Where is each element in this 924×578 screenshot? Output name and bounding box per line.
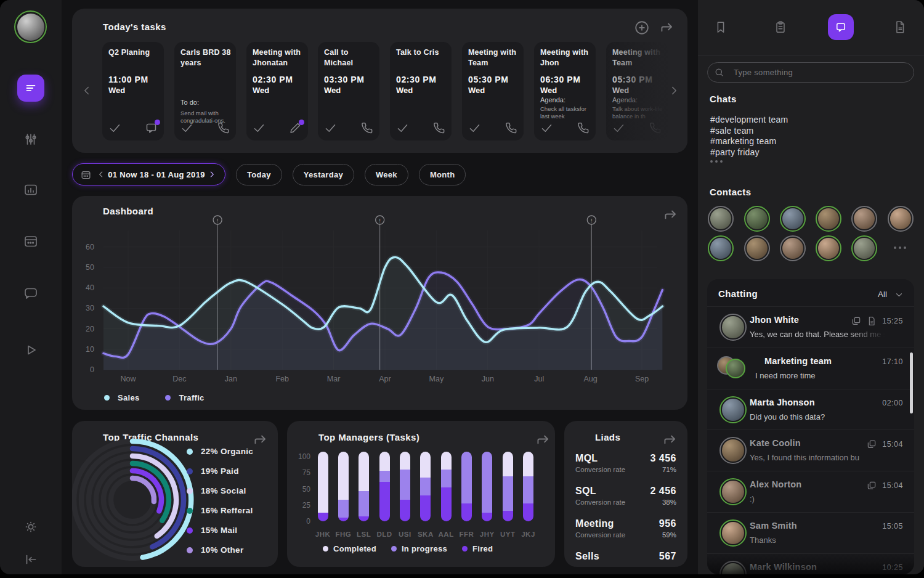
- task-card[interactable]: Meeting with Jhon06:30 PMWedAgenda:Check…: [534, 42, 596, 140]
- legend-item[interactable]: Sales: [104, 393, 139, 402]
- message-row[interactable]: Sam Smith15:05Thanks: [707, 512, 914, 554]
- chat-icon[interactable]: [145, 121, 158, 134]
- check-icon[interactable]: [468, 121, 481, 134]
- legend-item[interactable]: In progress: [391, 544, 447, 553]
- chat-channel-item[interactable]: #sale team: [710, 126, 753, 136]
- legend-item[interactable]: Completed: [323, 544, 376, 553]
- tasks-scroll-left-button[interactable]: [80, 84, 94, 97]
- task-card[interactable]: Call to Michael03:30 PMWed: [318, 42, 379, 140]
- leads-goto-arrow-icon[interactable]: [662, 432, 678, 448]
- contact-avatar[interactable]: [744, 235, 770, 261]
- contact-avatar[interactable]: [780, 206, 806, 232]
- phone-icon[interactable]: [217, 121, 230, 134]
- contact-avatar[interactable]: [744, 206, 770, 232]
- contact-avatar[interactable]: [708, 235, 734, 261]
- legend-item[interactable]: Fired: [462, 544, 493, 553]
- tasks-scroll-right-button[interactable]: [667, 84, 681, 97]
- sidebar-item-calendar[interactable]: [23, 234, 38, 248]
- phone-icon[interactable]: [360, 121, 373, 134]
- message-row[interactable]: Alex Norton15:04:): [707, 471, 914, 513]
- legend-item[interactable]: Traffic: [165, 393, 204, 402]
- message-row[interactable]: Kate Coolin15:04Yes, I found this inform…: [707, 429, 914, 471]
- add-task-button[interactable]: [634, 20, 650, 36]
- task-card[interactable]: Q2 Planing11:00 PMWed: [102, 42, 164, 140]
- tab-bookmarks[interactable]: [714, 20, 727, 34]
- contact-avatar[interactable]: [816, 206, 841, 232]
- phone-icon[interactable]: [577, 121, 590, 134]
- task-card[interactable]: Meeting with Jhonatan02:30 PMWed: [246, 42, 308, 140]
- images-icon: [851, 316, 861, 326]
- more-contacts-dots[interactable]: [894, 246, 906, 249]
- tab-chat[interactable]: [828, 14, 854, 40]
- search-input[interactable]: [707, 62, 914, 83]
- legend-item[interactable]: 16% Refferal: [187, 506, 253, 515]
- stacked-bar[interactable]: [503, 452, 513, 521]
- contact-avatar[interactable]: [888, 206, 914, 232]
- date-prev-icon[interactable]: [96, 169, 106, 179]
- stacked-bar[interactable]: [523, 452, 533, 521]
- pencil-icon[interactable]: [289, 121, 302, 134]
- task-card[interactable]: Carls BRD 38 yearsTo do:Send mail with c…: [174, 42, 236, 140]
- clipboard-icon: [774, 20, 787, 34]
- managers-goto-arrow-icon[interactable]: [535, 432, 551, 448]
- message-row[interactable]: Marketing team17:10I need more time: [707, 348, 914, 389]
- check-icon[interactable]: [180, 121, 193, 134]
- stacked-bar[interactable]: [318, 452, 328, 521]
- date-range-picker[interactable]: 01 Now 18 - 01 Aug 2019: [72, 163, 225, 185]
- chat-channel-item[interactable]: #development team: [710, 115, 788, 124]
- filter-button-month[interactable]: Month: [419, 164, 466, 185]
- message-row[interactable]: Marta Jhonson02:00Did you do this data?: [707, 389, 914, 431]
- contact-avatar[interactable]: [851, 235, 877, 261]
- tasks-goto-arrow-icon[interactable]: [659, 20, 675, 36]
- stacked-bar[interactable]: [420, 452, 431, 521]
- phone-icon[interactable]: [432, 121, 445, 134]
- legend-item[interactable]: 19% Paid: [187, 466, 253, 476]
- check-icon[interactable]: [396, 121, 409, 134]
- check-icon[interactable]: [324, 121, 337, 134]
- sidebar-item-chat[interactable]: [23, 285, 38, 300]
- chatting-filter[interactable]: All: [878, 290, 887, 299]
- sidebar-item-filters[interactable]: [23, 132, 38, 147]
- contact-avatar[interactable]: [780, 235, 806, 261]
- sidebar-item-media[interactable]: [23, 343, 38, 357]
- check-icon[interactable]: [540, 121, 553, 134]
- tab-files[interactable]: [893, 20, 907, 34]
- stacked-bar[interactable]: [400, 452, 410, 521]
- task-card[interactable]: Talk to Cris02:30 PMWed: [390, 42, 452, 140]
- check-icon[interactable]: [253, 121, 265, 134]
- legend-dot: [187, 547, 193, 553]
- phone-icon[interactable]: [505, 121, 517, 134]
- contact-avatar[interactable]: [851, 206, 877, 232]
- sidebar-item-logout[interactable]: [23, 552, 38, 567]
- legend-item[interactable]: 15% Mail: [187, 526, 253, 535]
- legend-item[interactable]: 18% Social: [187, 486, 253, 495]
- stacked-bar[interactable]: [441, 452, 452, 521]
- chatting-scrollbar[interactable]: [910, 352, 913, 413]
- sidebar-item-brightness[interactable]: [23, 519, 38, 534]
- chat-channel-item[interactable]: #marketing team: [710, 136, 776, 146]
- chevron-down-icon[interactable]: [894, 290, 904, 300]
- more-channels-dots[interactable]: [710, 160, 723, 163]
- contact-avatar[interactable]: [708, 206, 734, 232]
- stacked-bar[interactable]: [482, 452, 492, 521]
- filter-button-today[interactable]: Today: [236, 164, 282, 185]
- stacked-bar[interactable]: [461, 452, 472, 521]
- sidebar-item-tasks[interactable]: [17, 75, 44, 102]
- check-icon[interactable]: [108, 121, 121, 134]
- stacked-bar[interactable]: [338, 452, 349, 521]
- user-avatar[interactable]: [14, 10, 47, 43]
- date-next-icon[interactable]: [207, 169, 217, 179]
- contact-avatar[interactable]: [816, 235, 841, 261]
- sidebar-item-stats[interactable]: [23, 182, 38, 197]
- filter-button-yestarday[interactable]: Yestarday: [293, 164, 354, 185]
- legend-item[interactable]: 10% Other: [187, 545, 253, 555]
- go-icon: [662, 432, 678, 448]
- filter-button-week[interactable]: Week: [365, 164, 408, 185]
- chat-channel-item[interactable]: #party friday: [710, 147, 760, 157]
- task-card[interactable]: Meeting with Team05:30 PMWed: [462, 42, 524, 140]
- legend-item[interactable]: 22% Organic: [187, 447, 253, 456]
- message-row[interactable]: Jhon White15:25Yes, we can do that. Plea…: [707, 306, 914, 348]
- stacked-bar[interactable]: [359, 452, 369, 521]
- stacked-bar[interactable]: [379, 452, 390, 521]
- tab-tasks[interactable]: [774, 20, 787, 34]
